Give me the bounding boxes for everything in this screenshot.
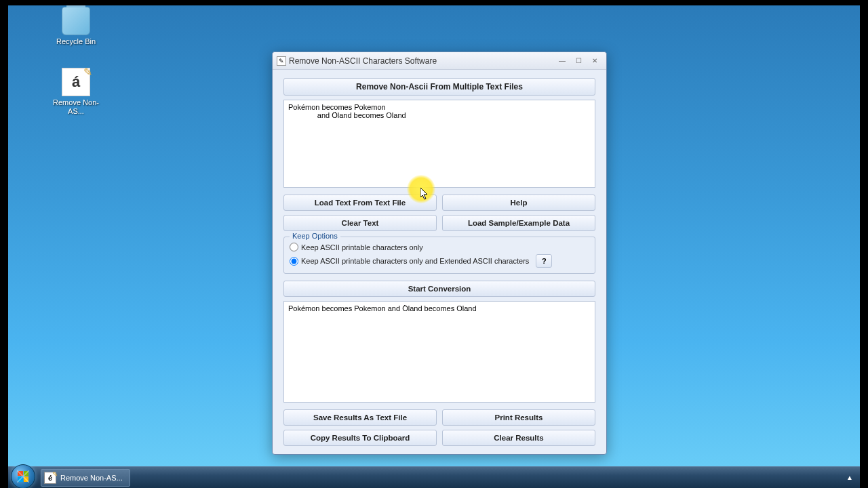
help-button[interactable]: Help	[442, 195, 595, 211]
load-sample-button[interactable]: Load Sample/Example Data	[442, 215, 595, 231]
close-button[interactable]: ✕	[587, 56, 602, 66]
windows-logo-icon	[18, 471, 28, 482]
clear-text-button[interactable]: Clear Text	[283, 215, 437, 231]
radio-ascii-extended[interactable]	[290, 257, 298, 266]
print-results-button[interactable]: Print Results	[442, 409, 595, 426]
clear-results-button[interactable]: Clear Results	[442, 430, 595, 446]
app-window: ✎ Remove Non-ASCII Characters Software —…	[272, 52, 607, 455]
app-shortcut-icon	[62, 68, 90, 96]
keep-options-group: Keep Options Keep ASCII printable charac…	[283, 237, 595, 274]
tray-show-hidden-icon[interactable]: ▲	[844, 471, 856, 484]
window-title: Remove Non-ASCII Characters Software	[289, 56, 555, 66]
group-legend: Keep Options	[290, 232, 340, 240]
app-shortcut-label: Remove Non-AS...	[52, 98, 100, 116]
option-ascii-extended[interactable]: Keep ASCII printable characters only and…	[290, 254, 589, 268]
taskbar-app-label: Remove Non-AS...	[60, 474, 123, 482]
recycle-bin-icon	[62, 7, 90, 35]
recycle-bin-label: Recycle Bin	[52, 37, 100, 46]
start-button[interactable]	[11, 464, 35, 489]
input-textarea[interactable]	[283, 100, 595, 188]
titlebar[interactable]: ✎ Remove Non-ASCII Characters Software —…	[273, 52, 606, 70]
output-textarea[interactable]	[283, 301, 595, 403]
copy-results-button[interactable]: Copy Results To Clipboard	[283, 430, 437, 446]
minimize-button[interactable]: —	[555, 56, 570, 66]
taskbar-app-item[interactable]: Remove Non-AS...	[41, 469, 130, 487]
taskbar: Remove Non-AS... ▲	[8, 466, 860, 488]
recycle-bin[interactable]: Recycle Bin	[52, 7, 100, 46]
start-conversion-button[interactable]: Start Conversion	[283, 281, 595, 297]
save-results-button[interactable]: Save Results As Text File	[283, 409, 437, 426]
taskbar-app-icon	[44, 472, 56, 484]
option-help-button[interactable]: ?	[536, 254, 552, 268]
option-ascii-only[interactable]: Keep ASCII printable characters only	[290, 243, 589, 251]
option-ascii-only-label: Keep ASCII printable characters only	[301, 243, 423, 251]
banner-title: Remove Non-Ascii From Multiple Text File…	[283, 78, 595, 96]
load-text-button[interactable]: Load Text From Text File	[283, 195, 437, 211]
window-body: Remove Non-Ascii From Multiple Text File…	[273, 70, 606, 454]
system-tray: ▲	[844, 466, 856, 488]
app-icon: ✎	[277, 56, 286, 66]
option-ascii-extended-label: Keep ASCII printable characters only and…	[301, 257, 529, 265]
app-shortcut[interactable]: Remove Non-AS...	[52, 68, 100, 116]
radio-ascii-only[interactable]	[290, 243, 298, 251]
desktop: Recycle Bin Remove Non-AS... ✎ Remove No…	[8, 5, 860, 466]
maximize-button[interactable]: ☐	[571, 56, 586, 66]
